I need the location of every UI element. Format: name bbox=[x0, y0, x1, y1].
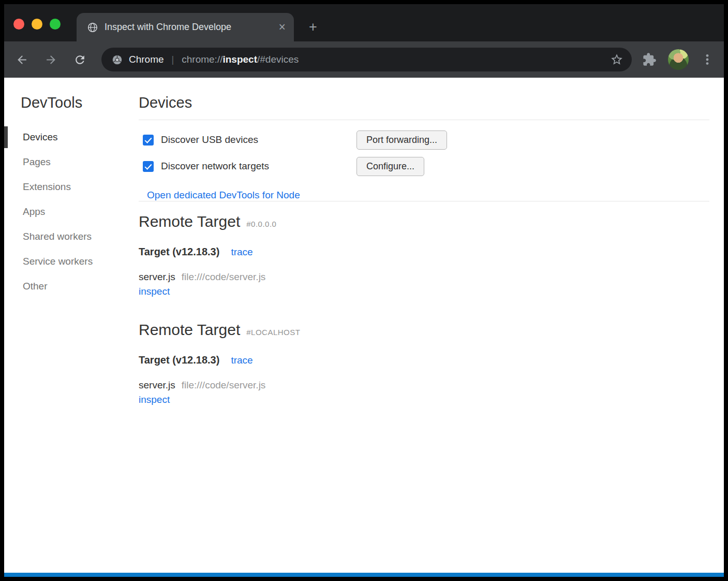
inspect-link[interactable]: inspect bbox=[139, 286, 170, 297]
background-window-edge bbox=[4, 573, 724, 577]
target-name-row: Target (v12.18.3) trace bbox=[139, 354, 709, 366]
remote-target-heading-row: Remote Target#LOCALHOST bbox=[139, 321, 709, 339]
script-path: file:///code/server.js bbox=[182, 271, 266, 283]
devices-panel: Devices Discover USB devices Port forwar… bbox=[139, 78, 724, 577]
script-name: server.js bbox=[139, 271, 175, 283]
discover-usb-checkbox[interactable] bbox=[143, 135, 154, 146]
page-title: Devices bbox=[139, 94, 709, 111]
configure-button[interactable]: Configure... bbox=[356, 157, 424, 176]
script-row: server.js file:///code/server.js bbox=[139, 380, 709, 391]
sidebar-item-label: Other bbox=[23, 281, 48, 292]
site-label: Chrome bbox=[129, 54, 164, 65]
window-zoom-button[interactable] bbox=[50, 19, 61, 30]
trace-link[interactable]: trace bbox=[231, 355, 252, 366]
sidebar-item-apps[interactable]: Apps bbox=[4, 199, 139, 224]
url-text: chrome://inspect/#devices bbox=[182, 54, 604, 65]
tab-title: Inspect with Chrome Develope bbox=[105, 22, 274, 33]
network-discovery-row: Discover network targets Configure... bbox=[143, 156, 709, 177]
chrome-logo-icon bbox=[112, 54, 123, 65]
url-prefix: chrome:// bbox=[182, 54, 222, 65]
omnibox-divider: | bbox=[172, 54, 174, 65]
divider bbox=[139, 201, 709, 201]
sidebar-item-label: Apps bbox=[23, 206, 45, 217]
script-name: server.js bbox=[139, 380, 175, 391]
discovery-controls: Discover USB devices Port forwarding... … bbox=[139, 129, 709, 201]
sidebar-item-label: Service workers bbox=[23, 256, 93, 267]
sidebar-item-label: Devices bbox=[23, 132, 58, 142]
sidebar-item-extensions[interactable]: Extensions bbox=[4, 175, 139, 199]
remote-target-section: Remote Target#LOCALHOST Target (v12.18.3… bbox=[139, 321, 709, 405]
remote-target-address: #LOCALHOST bbox=[246, 328, 300, 337]
window-close-button[interactable] bbox=[13, 19, 24, 30]
remote-target-address: #0.0.0.0 bbox=[246, 220, 276, 228]
forward-button[interactable] bbox=[40, 49, 61, 70]
sidebar-title: DevTools bbox=[21, 94, 139, 111]
script-path: file:///code/server.js bbox=[182, 380, 266, 391]
discover-network-checkbox[interactable] bbox=[143, 161, 154, 172]
usb-discovery-row: Discover USB devices Port forwarding... bbox=[143, 129, 709, 150]
devtools-sidebar: DevTools Devices Pages Extensions Apps S… bbox=[4, 78, 139, 577]
script-row: server.js file:///code/server.js bbox=[139, 271, 709, 283]
toolbar-right-icons bbox=[642, 49, 715, 70]
sidebar-item-shared-workers[interactable]: Shared workers bbox=[4, 224, 139, 249]
reload-button[interactable] bbox=[69, 49, 90, 70]
page-content: DevTools Devices Pages Extensions Apps S… bbox=[4, 78, 724, 577]
new-tab-button[interactable]: + bbox=[305, 20, 321, 35]
remote-target-heading-row: Remote Target#0.0.0.0 bbox=[139, 213, 709, 230]
divider bbox=[139, 120, 709, 120]
bookmark-star-icon[interactable] bbox=[610, 53, 623, 66]
inspect-link[interactable]: inspect bbox=[139, 394, 170, 405]
extensions-puzzle-icon[interactable] bbox=[642, 52, 657, 67]
sidebar-item-devices[interactable]: Devices bbox=[4, 125, 139, 150]
url-suffix: /#devices bbox=[257, 54, 299, 65]
sidebar-item-label: Shared workers bbox=[23, 231, 92, 242]
target-name-row: Target (v12.18.3) trace bbox=[139, 246, 709, 258]
target-version: Target (v12.18.3) bbox=[139, 354, 219, 366]
discover-usb-label: Discover USB devices bbox=[161, 134, 258, 146]
screenshot-frame: Inspect with Chrome Develope × + bbox=[0, 0, 728, 581]
menu-kebab-icon[interactable] bbox=[700, 52, 715, 67]
window-minimize-button[interactable] bbox=[32, 19, 42, 30]
target-version: Target (v12.18.3) bbox=[139, 246, 219, 258]
network-checkbox-group: Discover network targets bbox=[143, 161, 356, 172]
sidebar-item-service-workers[interactable]: Service workers bbox=[4, 249, 139, 274]
window-titlebar: Inspect with Chrome Develope × + bbox=[4, 4, 724, 41]
globe-favicon-icon bbox=[87, 22, 98, 33]
browser-window: Inspect with Chrome Develope × + bbox=[4, 4, 724, 577]
port-forwarding-button[interactable]: Port forwarding... bbox=[356, 130, 447, 150]
discover-network-label: Discover network targets bbox=[161, 161, 269, 172]
remote-target-section: Remote Target#0.0.0.0 Target (v12.18.3) … bbox=[139, 213, 709, 297]
browser-toolbar: Chrome | chrome://inspect/#devices bbox=[4, 41, 724, 78]
remote-target-heading: Remote Target bbox=[139, 213, 240, 230]
address-bar[interactable]: Chrome | chrome://inspect/#devices bbox=[101, 48, 632, 71]
sidebar-item-label: Pages bbox=[23, 156, 51, 167]
remote-target-heading: Remote Target bbox=[139, 321, 240, 338]
sidebar-item-other[interactable]: Other bbox=[4, 274, 139, 299]
back-button[interactable] bbox=[11, 49, 32, 70]
url-emphasis: inspect bbox=[222, 54, 257, 65]
usb-checkbox-group: Discover USB devices bbox=[143, 134, 356, 146]
trace-link[interactable]: trace bbox=[231, 246, 252, 258]
sidebar-item-pages[interactable]: Pages bbox=[4, 150, 139, 175]
profile-avatar[interactable] bbox=[668, 49, 689, 70]
sidebar-item-label: Extensions bbox=[23, 181, 71, 192]
open-node-devtools-link[interactable]: Open dedicated DevTools for Node bbox=[147, 190, 300, 201]
traffic-lights bbox=[13, 19, 61, 30]
tab-close-icon[interactable]: × bbox=[279, 21, 286, 33]
browser-tab[interactable]: Inspect with Chrome Develope × bbox=[77, 13, 294, 41]
